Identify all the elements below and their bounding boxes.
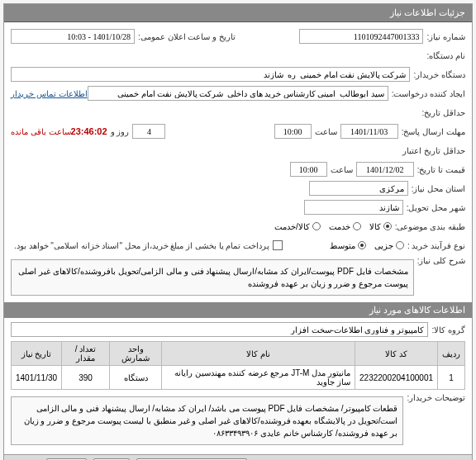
days-field[interactable] xyxy=(132,124,165,139)
buyer-notes-box: قطعات کامپیوتر/ مشخصات فایل PDF پیوست می… xyxy=(11,396,403,445)
th-qty: تعداد / مقدار xyxy=(62,342,110,366)
partial-pay-label: پرداخت تمام یا بخشی از مبلغ خرید،از محل … xyxy=(14,241,269,250)
days-label: روز و xyxy=(111,127,130,136)
radio-buy-low[interactable] xyxy=(396,241,404,249)
deadline-label: حداقل تاریخ: xyxy=(421,108,465,117)
remaining-label: ساعت باقی مانده xyxy=(11,127,71,136)
need-place-field[interactable] xyxy=(309,181,408,196)
response-time-field[interactable] xyxy=(274,124,312,139)
delivery-city-field[interactable] xyxy=(304,200,403,215)
price-until-label: قیمت تا تاریخ: xyxy=(417,165,465,174)
need-no-label: شماره نیاز: xyxy=(426,32,465,41)
time-label-2: ساعت xyxy=(331,165,353,174)
need-no-field[interactable] xyxy=(299,29,423,44)
contact-link[interactable]: اطلاعات تماس خریدار xyxy=(11,89,88,98)
countdown: 23:46:02 xyxy=(71,126,107,136)
validity-date-field[interactable] xyxy=(356,162,414,177)
buy-process-radios: جزیی متوسط xyxy=(330,241,404,250)
subject-class-label: طبقه بندی موضوعی: xyxy=(395,222,465,231)
response-date-field[interactable] xyxy=(340,124,398,139)
radio-goods[interactable] xyxy=(383,222,392,230)
th-row: ردیف xyxy=(438,342,465,366)
table-row: 1 2232200204100001 مانیتور مدل JT-M مرجع… xyxy=(12,366,465,390)
goods-info-header: اطلاعات کالاهای مورد نیاز xyxy=(4,302,472,318)
th-date: تاریخ نیاز xyxy=(12,342,62,366)
general-desc-label: شرح کلی نیاز: xyxy=(417,256,465,265)
partial-pay-checkbox[interactable] xyxy=(273,240,283,250)
footer-bar: پاسخ به نیاز مشاهده مدارک پیوستی (3) چاپ… xyxy=(4,454,472,460)
subject-radios: کالا خدمت کالا/خدمت xyxy=(274,222,392,231)
buyer-label: دستگاه خریدار: xyxy=(413,70,465,79)
goods-group-label: گروه کالا: xyxy=(431,325,465,334)
details-panel: جزئیات اطلاعات نیاز شماره نیاز: تاریخ و … xyxy=(3,3,473,460)
radio-goods-service[interactable] xyxy=(312,222,321,230)
requester-field[interactable] xyxy=(88,86,388,101)
form-area: شماره نیاز: تاریخ و ساعت اعلان عمومی: نا… xyxy=(4,22,472,454)
radio-buy-mid[interactable] xyxy=(358,241,366,249)
buy-process-label: نوع فرآیند خرید : xyxy=(407,241,465,250)
buyer-field[interactable] xyxy=(11,67,410,82)
th-code: کد کالا xyxy=(355,342,438,366)
th-name: نام کالا xyxy=(162,342,355,366)
panel-header: جزئیات اطلاعات نیاز xyxy=(4,4,472,22)
th-unit: واحد شمارش xyxy=(110,342,162,366)
general-desc-box: مشخصات فایل PDF پیوست/ایران کد مشابه/ارس… xyxy=(11,259,414,296)
public-date-field[interactable] xyxy=(11,29,135,44)
response-deadline-label: مهلت ارسال پاسخ: xyxy=(402,127,465,136)
public-date-label: تاریخ و ساعت اعلان عمومی: xyxy=(138,32,236,41)
radio-service[interactable] xyxy=(353,222,361,230)
requester-label: ایجاد کننده درخواست: xyxy=(392,89,465,98)
need-place-label: استان محل نیاز: xyxy=(412,184,465,193)
device-label: نام دستگاه: xyxy=(426,51,465,60)
goods-table: ردیف کد کالا نام کالا واحد شمارش تعداد /… xyxy=(11,341,465,390)
validity-time-field[interactable] xyxy=(290,162,327,177)
delivery-city-label: شهر محل تحویل: xyxy=(407,203,465,212)
time-label-1: ساعت xyxy=(315,127,337,136)
buyer-notes-label: توضیحات خریدار: xyxy=(407,393,465,402)
panel-title: جزئیات اطلاعات نیاز xyxy=(390,7,465,17)
goods-group-field[interactable] xyxy=(11,322,428,337)
validity-label: حداقل تاریخ اعتبار xyxy=(402,146,465,155)
